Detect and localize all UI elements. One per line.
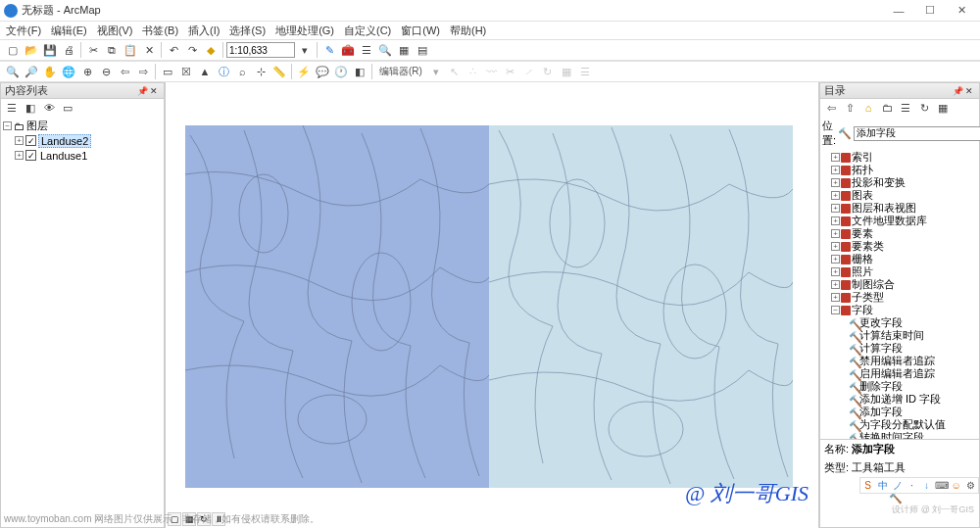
fixed-zoom-out-button[interactable]: ⊖ [97, 63, 115, 80]
cut-polygons[interactable]: ✂ [502, 63, 519, 80]
cat-expand[interactable]: + [831, 242, 840, 251]
identify-button[interactable]: ⓘ [215, 63, 232, 80]
close-button[interactable]: ✕ [947, 2, 976, 20]
sketch-props[interactable]: ☰ [576, 63, 594, 80]
expand-root[interactable]: − [3, 121, 12, 130]
edit-vertices[interactable]: ∴ [465, 63, 482, 80]
catalog-button[interactable]: ☰ [358, 41, 375, 59]
cat-expand[interactable]: + [831, 178, 840, 187]
split-tool[interactable]: ⟋ [520, 63, 538, 80]
menu-edit[interactable]: 编辑(E) [51, 24, 87, 38]
ime-icon-5[interactable]: ⌨ [935, 479, 948, 492]
list-by-visibility[interactable]: 👁 [40, 99, 58, 117]
reshape-tool[interactable]: 〰 [483, 63, 501, 80]
connect-folder-button[interactable]: 🗀 [878, 99, 896, 117]
editor-toolbar-button[interactable]: ✎ [320, 41, 338, 59]
list-by-selection[interactable]: ▭ [59, 99, 76, 117]
catalog-pin-icon[interactable]: 📌 [952, 85, 963, 97]
fixed-zoom-in-button[interactable]: ⊕ [78, 63, 96, 80]
cat-expand[interactable]: + [831, 216, 840, 225]
find-button[interactable]: ⌕ [233, 63, 251, 80]
options-button[interactable]: ▦ [934, 99, 952, 117]
cat-expand[interactable]: + [831, 153, 840, 162]
expand-layer-0[interactable]: + [15, 136, 24, 145]
root-label[interactable]: 图层 [26, 119, 48, 133]
ime-icon-7[interactable]: ⚙ [964, 479, 977, 492]
layer-0-checkbox[interactable]: ✓ [25, 135, 36, 146]
new-button[interactable]: ▢ [4, 41, 22, 59]
time-slider-button[interactable]: 🕐 [332, 63, 350, 80]
cat-expand[interactable]: + [831, 293, 840, 302]
layer-1-checkbox[interactable]: ✓ [25, 150, 36, 161]
measure-button[interactable]: 📏 [270, 63, 288, 80]
menu-selection[interactable]: 选择(S) [229, 24, 266, 38]
cat-expand[interactable]: + [831, 166, 840, 174]
up-button[interactable]: ⇧ [841, 99, 858, 117]
editor-dropdown[interactable]: ▾ [427, 63, 445, 80]
pan-button[interactable]: ✋ [41, 63, 59, 80]
toc-close-icon[interactable]: ✕ [148, 85, 160, 97]
copy-button[interactable]: ⧉ [103, 41, 121, 59]
html-popup-button[interactable]: 💬 [314, 63, 331, 80]
toolbox-button[interactable]: 🧰 [339, 41, 357, 59]
rotate-tool[interactable]: ↻ [539, 63, 557, 80]
cat-tool-9[interactable]: 转换时间字段 [859, 430, 924, 439]
clear-selection-button[interactable]: ☒ [177, 63, 195, 80]
scale-dropdown[interactable]: ▾ [296, 41, 314, 59]
location-input[interactable] [854, 126, 980, 141]
menu-geoprocessing[interactable]: 地理处理(G) [275, 24, 334, 38]
next-extent-button[interactable]: ⇨ [134, 63, 152, 80]
attributes-button[interactable]: ▦ [558, 63, 575, 80]
open-button[interactable]: 📂 [23, 41, 40, 59]
menu-bookmark[interactable]: 书签(B) [142, 24, 178, 38]
toggle-tree-button[interactable]: ☰ [897, 99, 914, 117]
select-elements-button[interactable]: ▲ [196, 63, 214, 80]
menu-file[interactable]: 文件(F) [6, 24, 41, 38]
zoom-out-button[interactable]: 🔎 [23, 63, 40, 80]
full-extent-button[interactable]: 🌐 [60, 63, 77, 80]
ime-icon-3[interactable]: · [906, 479, 918, 492]
prev-extent-button[interactable]: ⇦ [116, 63, 133, 80]
cat-expand-fields[interactable]: − [831, 306, 840, 314]
ime-icon-0[interactable]: S [861, 479, 874, 492]
menu-customize[interactable]: 自定义(C) [344, 24, 391, 38]
print-button[interactable]: 🖨 [60, 41, 77, 59]
edit-tool[interactable]: ↖ [446, 63, 464, 80]
menu-help[interactable]: 帮助(H) [450, 24, 486, 38]
menu-insert[interactable]: 插入(I) [188, 24, 220, 38]
menu-window[interactable]: 窗口(W) [401, 24, 440, 38]
back-button[interactable]: ⇦ [822, 99, 840, 117]
minimize-button[interactable]: — [884, 2, 913, 20]
layer-1-label[interactable]: Landuse1 [38, 150, 89, 162]
map-canvas[interactable]: @ 刘一哥GIS ▢ ▦ ↻ ⏸ [165, 82, 819, 528]
hyperlink-button[interactable]: ⚡ [295, 63, 313, 80]
add-data-button[interactable]: ◆ [202, 41, 220, 59]
ime-icon-1[interactable]: 中 [876, 479, 889, 492]
ime-icon-6[interactable]: ☺ [950, 479, 962, 492]
ime-icon-4[interactable]: ↓ [920, 479, 933, 492]
menu-view[interactable]: 视图(V) [97, 24, 133, 38]
search-button[interactable]: 🔍 [376, 41, 394, 59]
cat-expand[interactable]: + [831, 204, 840, 213]
paste-button[interactable]: 📋 [122, 41, 139, 59]
refresh-catalog-button[interactable]: ↻ [915, 99, 933, 117]
editor-label[interactable]: 编辑器(R) [379, 65, 422, 78]
cat-expand[interactable]: + [831, 255, 840, 264]
goto-xy-button[interactable]: ⊹ [252, 63, 270, 80]
cat-expand[interactable]: + [831, 280, 840, 289]
delete-button[interactable]: ✕ [140, 41, 158, 59]
maximize-button[interactable]: ☐ [915, 2, 945, 20]
toc-pin-icon[interactable]: 📌 [136, 85, 148, 97]
scale-input[interactable] [226, 42, 295, 58]
ime-icon-2[interactable]: ノ [891, 479, 904, 492]
select-features-button[interactable]: ▭ [159, 63, 176, 80]
zoom-in-button[interactable]: 🔍 [4, 63, 22, 80]
home-button[interactable]: ⌂ [859, 99, 877, 117]
list-by-source[interactable]: ◧ [22, 99, 39, 117]
cat-expand[interactable]: + [831, 267, 840, 276]
redo-button[interactable]: ↷ [183, 41, 201, 59]
undo-button[interactable]: ↶ [165, 41, 182, 59]
cut-button[interactable]: ✂ [84, 41, 102, 59]
list-by-draw-order[interactable]: ☰ [3, 99, 21, 117]
cat-expand[interactable]: + [831, 191, 840, 200]
